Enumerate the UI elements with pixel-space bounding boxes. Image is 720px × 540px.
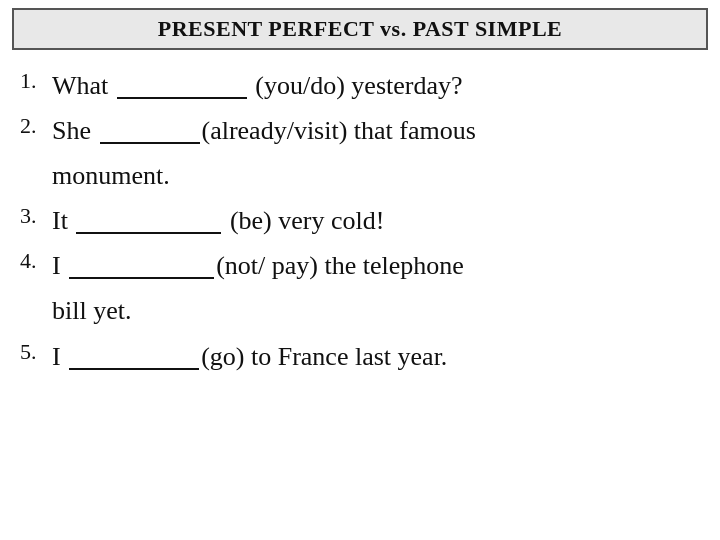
- item-text-3: It (be) very cold!: [52, 203, 384, 238]
- exercise-list: 1. What (you/do) yesterday? 2. She (alre…: [20, 68, 700, 374]
- page-title: PRESENT PERFECT vs. PAST SIMPLE: [158, 16, 562, 41]
- item-number-1: 1.: [20, 68, 52, 94]
- blank-2: [100, 142, 200, 144]
- item-number-3: 3.: [20, 203, 52, 229]
- item-continuation-4: bill yet.: [20, 293, 700, 328]
- list-item: 2. She (already/visit) that famous: [20, 113, 700, 148]
- item-number-5: 5.: [20, 339, 52, 365]
- list-item: 5. I (go) to France last year.: [20, 339, 700, 374]
- item-continuation-2: monument.: [20, 158, 700, 193]
- blank-5: [69, 368, 199, 370]
- item-text-1: What (you/do) yesterday?: [52, 68, 463, 103]
- list-item: 3. It (be) very cold!: [20, 203, 700, 238]
- page: PRESENT PERFECT vs. PAST SIMPLE 1. What …: [0, 0, 720, 540]
- item-text-5: I (go) to France last year.: [52, 339, 447, 374]
- blank-1: [117, 97, 247, 99]
- item-number-4: 4.: [20, 248, 52, 274]
- blank-3: [76, 232, 221, 234]
- item-text-4: I (not/ pay) the telephone: [52, 248, 464, 283]
- item-number-2: 2.: [20, 113, 52, 139]
- content-area: 1. What (you/do) yesterday? 2. She (alre…: [0, 50, 720, 540]
- blank-4: [69, 277, 214, 279]
- list-item: 4. I (not/ pay) the telephone: [20, 248, 700, 283]
- list-item: 1. What (you/do) yesterday?: [20, 68, 700, 103]
- item-text-2: She (already/visit) that famous: [52, 113, 476, 148]
- header-bar: PRESENT PERFECT vs. PAST SIMPLE: [12, 8, 708, 50]
